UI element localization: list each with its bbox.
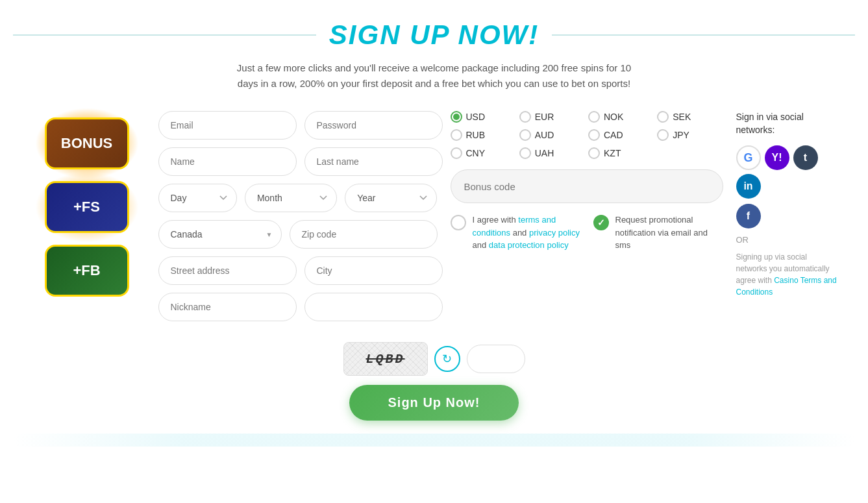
currency-nok-radio[interactable]	[588, 111, 600, 123]
promo-checkbox[interactable]	[593, 215, 609, 230]
currency-jpy[interactable]: JPY	[657, 129, 723, 141]
signup-button[interactable]: Sign Up Now!	[349, 385, 519, 421]
currency-usd[interactable]: USD	[451, 111, 516, 123]
currency-usd-label: USD	[466, 112, 486, 122]
linkedin-icon: in	[743, 180, 752, 192]
nickname-field[interactable]	[158, 293, 297, 321]
page-title: SIGN UP NOW!	[329, 19, 539, 51]
bonus-card: BONUS	[45, 117, 129, 169]
year-select[interactable]: Year	[345, 184, 437, 212]
currency-rub-label: RUB	[466, 130, 486, 140]
email-password-row	[158, 111, 438, 140]
password-field[interactable]	[304, 111, 443, 140]
currency-cad-radio[interactable]	[588, 129, 600, 141]
promo-agree-item: Request promotional notification via ema…	[593, 214, 723, 252]
agree-row: I agree with terms and conditions and pr…	[451, 214, 723, 252]
currency-sek-radio[interactable]	[657, 111, 669, 123]
social-icons-row: G Y! t in	[736, 145, 840, 199]
fb-card-wrapper: +FB	[45, 245, 129, 297]
address-row	[158, 256, 438, 285]
zipcode-field[interactable]	[290, 220, 438, 249]
name-field[interactable]	[158, 147, 297, 176]
currency-aud[interactable]: AUD	[519, 129, 585, 141]
terms-checkbox[interactable]	[451, 215, 466, 230]
privacy-link[interactable]: privacy policy	[529, 228, 580, 238]
social-title: Sign in via social networks:	[736, 111, 840, 136]
bonus-card-wrapper: BONUS	[45, 117, 129, 169]
street-field[interactable]	[158, 256, 297, 285]
bonus-code-field[interactable]	[451, 169, 723, 203]
captcha-image: LQBD	[343, 342, 428, 376]
yahoo-signin-button[interactable]: Y!	[765, 145, 789, 170]
phone-field[interactable]: +1	[304, 293, 443, 321]
currency-uah[interactable]: UAH	[519, 147, 585, 159]
currency-eur-label: EUR	[535, 112, 554, 122]
facebook-icon: f	[747, 210, 750, 222]
captcha-input[interactable]	[467, 345, 525, 373]
currency-rub-radio[interactable]	[451, 129, 462, 141]
captcha-refresh-button[interactable]: ↻	[434, 346, 460, 372]
currency-sek-label: SEK	[673, 112, 691, 122]
wave-bottom-decoration	[13, 434, 855, 447]
currency-rub[interactable]: RUB	[451, 129, 516, 141]
linkedin-signin-button[interactable]: in	[736, 174, 761, 199]
day-select[interactable]: Day	[158, 184, 237, 212]
terms-text: I agree with terms and conditions and pr…	[473, 214, 580, 252]
subtitle: Just a few more clicks and you'll receiv…	[13, 60, 855, 92]
currency-grid: USD EUR NOK SEK	[451, 111, 723, 159]
currency-usd-radio[interactable]	[451, 111, 462, 123]
currency-eur[interactable]: EUR	[519, 111, 585, 123]
currency-kzt[interactable]: KZT	[588, 147, 654, 159]
currency-uah-radio[interactable]	[519, 147, 531, 159]
fb-card: +FB	[45, 245, 129, 297]
currency-kzt-radio[interactable]	[588, 147, 600, 159]
header-section: SIGN UP NOW!	[13, 19, 855, 51]
or-divider: OR	[736, 235, 840, 245]
currency-nok[interactable]: NOK	[588, 111, 654, 123]
bottom-section: LQBD ↻ Sign Up Now!	[13, 342, 855, 421]
currency-cny[interactable]: CNY	[451, 147, 516, 159]
yahoo-icon: Y!	[772, 152, 782, 164]
currency-nok-label: NOK	[604, 112, 623, 122]
country-wrapper: Canada United States United Kingdom	[158, 220, 282, 249]
captcha-row: LQBD ↻	[343, 342, 525, 376]
google-icon: G	[743, 151, 752, 165]
header-line-left	[13, 34, 316, 36]
currency-eur-radio[interactable]	[519, 111, 531, 123]
tumblr-icon: t	[804, 152, 807, 164]
email-field[interactable]	[158, 111, 297, 140]
currency-jpy-radio[interactable]	[657, 129, 669, 141]
month-select[interactable]: Month	[245, 184, 337, 212]
city-field[interactable]	[304, 256, 443, 285]
currency-cad[interactable]: CAD	[588, 129, 654, 141]
promo-text: Request promotional notification via ema…	[615, 214, 723, 252]
country-zip-row: Canada United States United Kingdom	[158, 220, 438, 249]
currency-cny-label: CNY	[466, 148, 486, 158]
left-art: BONUS +FS +FB	[29, 111, 145, 297]
google-signin-button[interactable]: G	[736, 145, 761, 170]
name-row	[158, 147, 438, 176]
country-select[interactable]: Canada United States United Kingdom	[158, 220, 282, 249]
social-icons-row2: f	[736, 204, 840, 228]
terms-agree-item: I agree with terms and conditions and pr…	[451, 214, 580, 252]
social-note: Signing up via social networks you autom…	[736, 251, 840, 298]
currency-area: USD EUR NOK SEK	[451, 111, 723, 257]
currency-sek[interactable]: SEK	[657, 111, 723, 123]
refresh-icon: ↻	[442, 352, 452, 366]
facebook-signin-button[interactable]: f	[736, 204, 761, 228]
fs-card-wrapper: +FS	[45, 181, 129, 233]
currency-kzt-label: KZT	[604, 148, 621, 158]
currency-cny-radio[interactable]	[451, 147, 462, 159]
currency-aud-label: AUD	[535, 130, 554, 140]
currency-cad-label: CAD	[604, 130, 623, 140]
dob-row: Day Month Year	[158, 184, 438, 212]
currency-aud-radio[interactable]	[519, 129, 531, 141]
currency-uah-label: UAH	[535, 148, 554, 158]
captcha-text: LQBD	[366, 352, 404, 367]
nickname-phone-row: +1	[158, 293, 438, 321]
data-protection-link[interactable]: data protection policy	[489, 240, 569, 250]
header-line-right	[552, 34, 855, 36]
tumblr-signin-button[interactable]: t	[793, 145, 818, 170]
lastname-field[interactable]	[304, 147, 443, 176]
right-social: Sign in via social networks: G Y! t in	[736, 111, 840, 298]
